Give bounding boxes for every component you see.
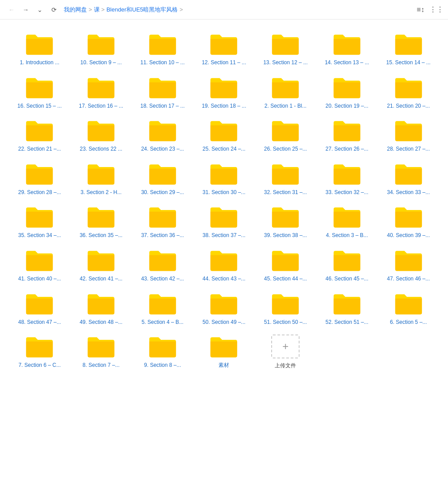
folder-icon	[148, 248, 177, 272]
folder-icon	[148, 335, 177, 358]
folder-icon	[87, 335, 115, 358]
folder-icon	[210, 32, 238, 56]
folder-item[interactable]: 23. Sections 22 ...	[70, 113, 132, 156]
folder-item[interactable]: 1. Introduction ...	[9, 27, 70, 70]
breadcrumb-home[interactable]: 我的网盘	[64, 6, 87, 14]
folder-label: 4. Section 3 – B...	[323, 232, 371, 239]
folder-item[interactable]: 37. Section 36 –...	[132, 199, 193, 243]
folder-item[interactable]: 27. Section 26 –...	[316, 113, 378, 156]
folder-item[interactable]: 42. Section 41 –...	[70, 243, 132, 286]
folder-item[interactable]: 18. Section 17 – ...	[132, 70, 193, 113]
folder-item[interactable]: 10. Section 9 – ...	[70, 27, 132, 70]
folder-icon	[394, 118, 423, 142]
folder-icon	[148, 162, 177, 186]
more-options-button[interactable]: ⋮⋮	[430, 4, 443, 16]
folder-icon	[333, 162, 361, 186]
folder-item[interactable]: 12. Section 11 – ...	[193, 27, 255, 70]
folder-item[interactable]: 16. Section 15 – ...	[9, 70, 70, 113]
folder-label: 41. Section 40 –...	[15, 276, 64, 283]
folder-item[interactable]: 28. Section 27 –...	[378, 113, 439, 156]
folder-item[interactable]: 31. Section 30 –...	[193, 156, 255, 200]
folder-label: 43. Section 42 –...	[138, 276, 187, 283]
folder-icon	[25, 248, 54, 272]
folder-icon	[210, 292, 238, 315]
folder-item[interactable]: 33. Section 32 –...	[316, 156, 378, 200]
folder-item[interactable]: 35. Section 34 –...	[9, 199, 70, 243]
folder-item[interactable]: 5. Section 4 – B...	[132, 286, 193, 330]
folder-icon	[87, 75, 115, 99]
folder-label: 35. Section 34 –...	[15, 232, 64, 239]
folder-item[interactable]: 13. Section 12 – ...	[255, 27, 316, 70]
folder-item[interactable]: 47. Section 46 –...	[378, 243, 439, 286]
folder-item[interactable]: 素材	[193, 329, 255, 373]
folder-item[interactable]: 39. Section 38 –...	[255, 199, 316, 243]
breadcrumb-ke[interactable]: 课	[94, 6, 100, 14]
folder-item[interactable]: 52. Section 51 –...	[316, 286, 378, 330]
upload-file-item[interactable]: +上传文件	[255, 329, 316, 373]
breadcrumb-sep-2: >	[101, 6, 105, 13]
folder-item[interactable]: 19. Section 18 – ...	[193, 70, 255, 113]
folder-label: 18. Section 17 – ...	[138, 103, 187, 110]
folder-label: 9. Section 8 –...	[138, 362, 187, 369]
folder-item[interactable]: 45. Section 44 –...	[255, 243, 316, 286]
folder-item[interactable]: 36. Section 35 –...	[70, 199, 132, 243]
folder-icon	[333, 292, 361, 315]
folder-label: 49. Section 48 –...	[77, 319, 125, 326]
folder-item[interactable]: 43. Section 42 –...	[132, 243, 193, 286]
folder-label: 5. Section 4 – B...	[138, 319, 187, 326]
folder-label: 31. Section 30 –...	[199, 189, 248, 196]
folder-item[interactable]: 34. Section 33 –...	[378, 156, 439, 200]
dropdown-button[interactable]: ⌄	[34, 4, 46, 16]
folder-label: 13. Section 12 – ...	[261, 59, 310, 66]
folder-item[interactable]: 9. Section 8 –...	[132, 329, 193, 373]
folder-item[interactable]: 7. Section 6 – C...	[9, 329, 70, 373]
folder-label: 39. Section 38 –...	[261, 232, 310, 239]
folder-item[interactable]: 40. Section 39 –...	[378, 199, 439, 243]
folder-label: 17. Section 16 – ...	[77, 103, 125, 110]
folder-item[interactable]: 14. Section 13 – ...	[316, 27, 378, 70]
folder-icon	[25, 32, 54, 56]
back-button[interactable]: ←	[5, 4, 18, 16]
folder-label: 14. Section 13 – ...	[323, 59, 371, 66]
breadcrumb-current[interactable]: Blender和UE5暗黑地牢风格	[106, 6, 178, 14]
folder-item[interactable]: 46. Section 45 –...	[316, 243, 378, 286]
folder-item[interactable]: 48. Section 47 –...	[9, 286, 70, 330]
folder-item[interactable]: 4. Section 3 – B...	[316, 199, 378, 243]
folder-icon	[148, 292, 177, 315]
upload-label: 上传文件	[275, 362, 296, 370]
folder-item[interactable]: 30. Section 29 –...	[132, 156, 193, 200]
folder-item[interactable]: 49. Section 48 –...	[70, 286, 132, 330]
folder-item[interactable]: 51. Section 50 –...	[255, 286, 316, 330]
folder-icon	[210, 118, 238, 142]
folder-item[interactable]: 41. Section 40 –...	[9, 243, 70, 286]
folder-item[interactable]: 2. Section 1 - Bl...	[255, 70, 316, 113]
folder-item[interactable]: 38. Section 37 –...	[193, 199, 255, 243]
folder-item[interactable]: 24. Section 23 –...	[132, 113, 193, 156]
folder-label: 47. Section 46 –...	[384, 276, 433, 283]
folder-item[interactable]: 15. Section 14 – ...	[378, 27, 439, 70]
folder-item[interactable]: 20. Section 19 –...	[316, 70, 378, 113]
folder-item[interactable]: 44. Section 43 –...	[193, 243, 255, 286]
folder-icon	[87, 248, 115, 272]
folder-label: 28. Section 27 –...	[384, 146, 433, 153]
folder-label: 26. Section 25 –...	[261, 146, 310, 153]
folder-icon	[271, 205, 300, 229]
refresh-button[interactable]: ⟳	[48, 4, 60, 16]
folder-item[interactable]: 21. Section 20 –...	[378, 70, 439, 113]
folder-item[interactable]: 32. Section 31 –...	[255, 156, 316, 200]
forward-button[interactable]: →	[19, 4, 32, 16]
top-bar: ← → ⌄ ⟳ 我的网盘 > 课 > Blender和UE5暗黑地牢风格 > ≡…	[0, 0, 448, 19]
folder-item[interactable]: 29. Section 28 –...	[9, 156, 70, 200]
list-view-button[interactable]: ≡↕	[414, 4, 427, 16]
folder-item[interactable]: 8. Section 7 –...	[70, 329, 132, 373]
folder-label: 23. Sections 22 ...	[77, 146, 125, 153]
folder-icon	[394, 162, 423, 186]
folder-item[interactable]: 17. Section 16 – ...	[70, 70, 132, 113]
folder-item[interactable]: 3. Section 2 - H...	[70, 156, 132, 200]
folder-item[interactable]: 50. Section 49 –...	[193, 286, 255, 330]
folder-item[interactable]: 11. Section 10 – ...	[132, 27, 193, 70]
folder-item[interactable]: 25. Section 24 –...	[193, 113, 255, 156]
folder-item[interactable]: 26. Section 25 –...	[255, 113, 316, 156]
folder-item[interactable]: 22. Section 21 –...	[9, 113, 70, 156]
folder-item[interactable]: 6. Section 5 –...	[378, 286, 439, 330]
